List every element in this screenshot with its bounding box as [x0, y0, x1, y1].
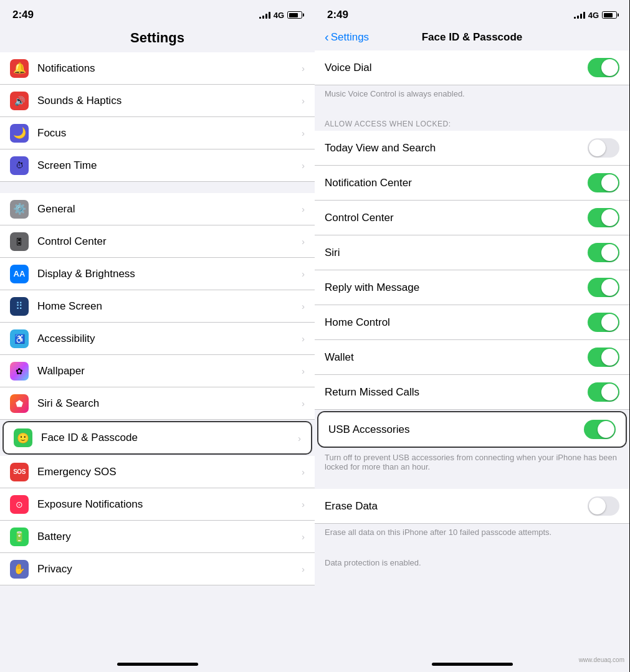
usb-accessories-toggle[interactable]: [584, 420, 616, 439]
battery-icon-right: [602, 11, 617, 19]
reply-message-row[interactable]: Reply with Message: [315, 270, 629, 305]
settings-row-screen-time[interactable]: ⏱ Screen Time ›: [0, 149, 315, 182]
control-center-label: Control Center: [37, 235, 302, 248]
chevron-display: ›: [302, 268, 305, 279]
settings-row-general[interactable]: ⚙️ General ›: [0, 193, 315, 225]
wallpaper-label: Wallpaper: [37, 365, 302, 377]
voice-dial-label: Voice Dial: [325, 62, 588, 74]
settings-row-control-center[interactable]: 🎛 Control Center ›: [0, 225, 315, 258]
time-right: 2:49: [327, 9, 348, 21]
notification-center-toggle[interactable]: [588, 173, 619, 192]
privacy-label: Privacy: [37, 563, 302, 575]
signal-icon-right: [574, 11, 585, 19]
reply-message-label: Reply with Message: [325, 282, 588, 294]
face-id-label: Face ID & Passcode: [41, 432, 298, 444]
battery-label: Battery: [37, 531, 302, 543]
usb-accessories-row[interactable]: USB Accessories: [318, 412, 626, 447]
settings-row-exposure[interactable]: ⊙ Exposure Notifications ›: [0, 488, 315, 521]
wallet-label: Wallet: [325, 351, 588, 364]
status-icons-right: 4G: [574, 11, 617, 20]
erase-data-group: Erase Data Erase all data on this iPhone…: [315, 489, 629, 543]
erase-data-toggle[interactable]: [588, 496, 619, 516]
emergency-icon: SOS: [10, 463, 29, 481]
battery-icon-row: 🔋: [10, 528, 29, 546]
settings-title: Settings: [10, 30, 305, 46]
chevron-privacy: ›: [302, 564, 305, 574]
home-control-row[interactable]: Home Control: [315, 305, 629, 340]
settings-row-home-screen[interactable]: ⠿ Home Screen ›: [0, 290, 315, 323]
home-control-toggle[interactable]: [588, 313, 619, 332]
settings-row-accessibility[interactable]: ♿ Accessibility ›: [0, 323, 315, 355]
settings-row-focus[interactable]: 🌙 Focus ›: [0, 117, 315, 149]
face-id-icon: 🙂: [14, 428, 32, 447]
erase-data-label: Erase Data: [325, 500, 588, 513]
notification-center-label: Notification Center: [325, 177, 588, 189]
home-indicator-left: [117, 663, 198, 666]
left-panel: 2:49 4G Settings 🔔 Notifications ›: [0, 0, 315, 672]
erase-data-row[interactable]: Erase Data: [315, 489, 629, 524]
today-view-label: Today View and Search: [325, 142, 588, 154]
emergency-label: Emergency SOS: [37, 466, 302, 478]
settings-row-wallpaper[interactable]: ✿ Wallpaper ›: [0, 355, 315, 387]
wallet-row[interactable]: Wallet: [315, 340, 629, 375]
reply-message-toggle[interactable]: [588, 278, 619, 297]
chevron-face-id: ›: [298, 433, 301, 443]
home-screen-icon: ⠿: [10, 297, 29, 316]
siri-label-r: Siri: [325, 247, 588, 259]
return-missed-toggle[interactable]: [588, 382, 619, 402]
today-view-row[interactable]: Today View and Search: [315, 131, 629, 166]
exposure-label: Exposure Notifications: [37, 498, 302, 511]
siri-label: Siri & Search: [37, 397, 302, 410]
siri-icon: ⬟: [10, 394, 29, 413]
settings-row-siri[interactable]: ⬟ Siri & Search ›: [0, 387, 315, 420]
settings-row-privacy[interactable]: ✋ Privacy ›: [0, 553, 315, 585]
focus-icon: 🌙: [10, 124, 29, 143]
settings-list: 🔔 Notifications › 🔊 Sounds & Haptics › 🌙…: [0, 52, 315, 658]
voice-dial-row[interactable]: Voice Dial: [315, 50, 629, 85]
settings-row-display[interactable]: AA Display & Brightness ›: [0, 258, 315, 290]
wallet-toggle[interactable]: [588, 348, 619, 367]
chevron-screen-time: ›: [302, 160, 305, 171]
settings-row-notifications[interactable]: 🔔 Notifications ›: [0, 52, 315, 85]
section-gap-1: [0, 182, 315, 193]
home-screen-label: Home Screen: [37, 300, 302, 313]
chevron-siri: ›: [302, 398, 305, 409]
section-gap-4: [315, 543, 629, 554]
erase-note: Erase all data on this iPhone after 10 f…: [315, 524, 629, 543]
watermark: www.deuaq.com: [579, 656, 624, 663]
chevron-exposure: ›: [302, 499, 305, 509]
sounds-label: Sounds & Haptics: [37, 95, 302, 107]
usb-note: Turn off to prevent USB accessories from…: [315, 449, 629, 478]
exposure-icon: ⊙: [10, 495, 29, 514]
back-chevron-icon: ‹: [325, 30, 329, 44]
back-button[interactable]: ‹ Settings: [325, 30, 369, 44]
return-missed-row[interactable]: Return Missed Calls: [315, 375, 629, 410]
home-control-label: Home Control: [325, 316, 588, 329]
chevron-focus: ›: [302, 128, 305, 138]
allow-access-group: ALLOW ACCESS WHEN LOCKED: Today View and…: [315, 116, 629, 410]
sounds-icon: 🔊: [10, 92, 29, 110]
notification-center-row[interactable]: Notification Center: [315, 166, 629, 201]
return-missed-knob: [601, 384, 618, 400]
voice-dial-toggle[interactable]: [588, 58, 619, 77]
status-icons-left: 4G: [259, 11, 302, 20]
siri-knob: [601, 244, 618, 261]
control-center-row[interactable]: Control Center: [315, 201, 629, 235]
settings-row-sounds[interactable]: 🔊 Sounds & Haptics ›: [0, 85, 315, 117]
faceid-header: ‹ Settings Face ID & Passcode: [315, 25, 629, 50]
display-icon: AA: [10, 265, 29, 283]
settings-group-2: ⚙️ General › 🎛 Control Center › AA Displ…: [0, 193, 315, 585]
control-center-toggle[interactable]: [588, 208, 619, 227]
settings-row-face-id[interactable]: 🙂 Face ID & Passcode ›: [2, 421, 312, 455]
wallet-knob: [601, 349, 618, 366]
settings-row-battery[interactable]: 🔋 Battery ›: [0, 521, 315, 553]
siri-row[interactable]: Siri: [315, 235, 629, 270]
siri-toggle[interactable]: [588, 243, 619, 262]
control-center-knob: [601, 209, 618, 226]
home-indicator-right: [432, 663, 513, 666]
today-view-toggle[interactable]: [588, 138, 619, 158]
usb-accessories-wrapper: USB Accessories: [317, 411, 627, 448]
accessibility-label: Accessibility: [37, 333, 302, 345]
control-center-label-r: Control Center: [325, 212, 588, 224]
settings-row-emergency[interactable]: SOS Emergency SOS ›: [0, 456, 315, 488]
